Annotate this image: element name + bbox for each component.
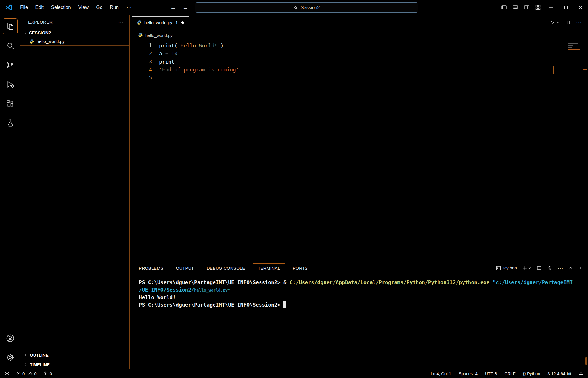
braces-icon: { } [523, 371, 526, 376]
tab-error-badge: 1 [175, 20, 178, 25]
panel-tab-output[interactable]: OUTPUT [171, 263, 199, 273]
window-controls [498, 0, 588, 15]
broadcast-icon [43, 371, 48, 376]
indentation[interactable]: Spaces: 4 [459, 371, 478, 376]
close-panel-button[interactable] [578, 266, 583, 270]
editor-more-actions-icon[interactable]: ⋯ [576, 19, 582, 26]
activity-explorer-icon[interactable] [3, 18, 18, 34]
run-python-file-button[interactable] [549, 20, 559, 26]
forward-button[interactable]: → [183, 4, 189, 11]
menu-run[interactable]: Run [106, 3, 122, 12]
settings-gear-icon[interactable] [3, 350, 18, 366]
vscode-logo-icon [5, 3, 13, 12]
split-terminal-button[interactable] [537, 265, 542, 271]
breadcrumb[interactable]: hello_world.py [130, 30, 588, 40]
toggle-secondary-sidebar-icon[interactable] [521, 0, 532, 15]
terminal-line: /UE INFO/Session2/hello_world.py" [139, 286, 585, 294]
code-line-content[interactable]: 'End of program is coming' [159, 66, 553, 74]
panel-tab-problems[interactable]: PROBLEMS [134, 263, 169, 273]
terminal-line: PS C:\Users\dguer\PartageIMT\UE INFO\Ses… [139, 279, 585, 286]
code-line-content[interactable]: print('Hello World!') [159, 41, 553, 50]
menu-go[interactable]: Go [92, 3, 106, 12]
menu-selection[interactable]: Selection [47, 3, 75, 12]
activity-search-icon[interactable] [3, 38, 18, 54]
command-center-label: Session2 [301, 5, 320, 10]
python-file-icon [137, 20, 142, 25]
explorer-more-actions-icon[interactable]: ⋯ [118, 19, 124, 25]
problems-indicator[interactable]: 0 0 [16, 371, 37, 376]
editor-actions: ⋯ [549, 19, 588, 26]
activity-extensions-icon[interactable] [3, 96, 18, 111]
toggle-sidebar-icon[interactable] [498, 0, 510, 15]
outline-section-header[interactable]: OUTLINE [20, 350, 129, 360]
panel-header: PROBLEMSOUTPUTDEBUG CONSOLETERMINALPORTS… [130, 261, 588, 275]
split-editor-button[interactable] [565, 20, 570, 25]
close-icon [578, 266, 583, 270]
maximize-button[interactable] [558, 0, 573, 15]
panel-more-actions-icon[interactable]: ⋯ [558, 265, 563, 271]
eol-sequence[interactable]: CRLF [504, 371, 515, 376]
status-left: 0 0 0 [5, 371, 52, 376]
status-bar: 0 0 0 Ln 4, Col 1 Spaces: 4 UTF-8 CRLF {… [0, 369, 588, 378]
close-window-button[interactable] [573, 0, 588, 15]
explorer-header: EXPLORER ⋯ [20, 15, 129, 29]
python-interpreter[interactable]: 3.12.4 64-bit [548, 371, 571, 376]
notifications-bell[interactable] [579, 371, 583, 376]
menu-edit[interactable]: Edit [32, 3, 47, 12]
editor-tab-bar: hello_world.py 1 ⋯ [130, 15, 588, 30]
terminal-profile[interactable]: Python [496, 265, 517, 271]
explorer-empty-area [20, 46, 129, 350]
activity-run-debug-icon[interactable] [3, 76, 18, 92]
terminal-scrollbar[interactable] [585, 357, 587, 365]
terminal-cursor [283, 301, 286, 308]
customize-layout-icon[interactable] [532, 0, 544, 15]
code-editor[interactable]: 1print('Hello World!')2a = 103print4'End… [130, 40, 588, 261]
vscode-window: FileEditSelectionViewGoRun ⋯ ← → Session… [0, 0, 588, 378]
code-line-content[interactable] [159, 74, 553, 82]
terminal-line: Hello World! [139, 294, 585, 301]
code-line-content[interactable]: a = 10 [159, 50, 553, 58]
modified-dot-icon[interactable] [181, 21, 184, 24]
code-line: 3print [130, 58, 588, 66]
folder-name: SESSION2 [29, 30, 51, 35]
toggle-panel-icon[interactable] [510, 0, 521, 15]
file-item-hello-world[interactable]: hello_world.py [20, 37, 129, 46]
menu-file[interactable]: File [16, 3, 32, 12]
timeline-label: TIMELINE [30, 362, 50, 367]
timeline-section-header[interactable]: TIMELINE [20, 360, 129, 369]
remote-indicator[interactable] [5, 371, 9, 376]
accounts-icon[interactable] [3, 330, 18, 346]
back-button[interactable]: ← [170, 4, 176, 11]
python-file-icon [29, 39, 34, 44]
code-line-content[interactable]: print [159, 58, 553, 66]
bell-icon [579, 371, 583, 376]
command-center[interactable]: Session2 [195, 2, 418, 13]
cursor-position[interactable]: Ln 4, Col 1 [431, 371, 451, 376]
terminal-line: PS C:\Users\dguer\PartageIMT\UE INFO\Ses… [139, 301, 585, 309]
panel-tab-ports[interactable]: PORTS [288, 263, 313, 273]
file-name: hello_world.py [37, 39, 65, 44]
language-mode[interactable]: { } Python [523, 371, 540, 376]
new-terminal-button[interactable] [522, 266, 531, 271]
ports-indicator[interactable]: 0 [43, 371, 52, 376]
menu-more-button[interactable]: ⋯ [123, 3, 136, 12]
minimize-button[interactable] [544, 0, 558, 15]
code-line: 1print('Hello World!') [130, 41, 588, 50]
panel-tab-terminal[interactable]: TERMINAL [253, 263, 285, 273]
panel-tab-debug-console[interactable]: DEBUG CONSOLE [202, 263, 250, 273]
bottom-panel: PROBLEMSOUTPUTDEBUG CONSOLETERMINALPORTS… [130, 261, 588, 369]
folder-section-header[interactable]: SESSION2 [20, 29, 129, 37]
activity-source-control-icon[interactable] [3, 57, 18, 73]
menu-view[interactable]: View [75, 3, 93, 12]
kill-terminal-button[interactable] [547, 265, 552, 271]
minimap[interactable] [568, 43, 581, 50]
terminal-output[interactable]: PS C:\Users\dguer\PartageIMT\UE INFO\Ses… [130, 275, 588, 369]
activity-bar-bottom [3, 330, 18, 369]
encoding[interactable]: UTF-8 [485, 371, 497, 376]
maximize-panel-button[interactable] [569, 266, 573, 270]
tab-hello-world[interactable]: hello_world.py 1 [132, 16, 189, 29]
activity-testing-icon[interactable] [3, 115, 18, 131]
outline-label: OUTLINE [30, 353, 49, 358]
chevron-right-icon [24, 363, 27, 366]
broadcast-count: 0 [50, 371, 52, 376]
